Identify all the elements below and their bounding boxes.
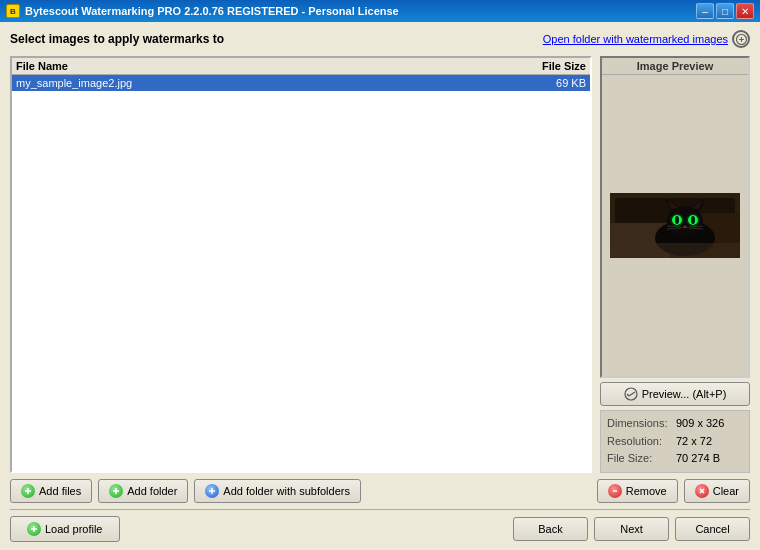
remove-button[interactable]: Remove: [597, 479, 678, 503]
remove-icon: [608, 484, 622, 498]
title-text: Bytescout Watermarking PRO 2.2.0.76 REGI…: [25, 5, 399, 17]
folder-icon: [732, 30, 750, 48]
dimensions-value: 909 x 326: [676, 415, 724, 433]
preview-button[interactable]: Preview... (Alt+P): [600, 382, 750, 406]
header-row: Select images to apply watermarks to Ope…: [10, 30, 750, 48]
add-folder-button[interactable]: Add folder: [98, 479, 188, 503]
preview-box: Image Preview: [600, 56, 750, 378]
svg-line-24: [627, 394, 629, 396]
preview-label: Image Preview: [602, 58, 748, 75]
window-controls: – □ ✕: [696, 3, 754, 19]
filesize-row: File Size: 70 274 B: [607, 450, 743, 468]
filesize-label: File Size:: [607, 450, 672, 468]
file-list-header: File Name File Size: [12, 58, 590, 75]
file-list-body[interactable]: my_sample_image2.jpg 69 KB: [12, 75, 590, 471]
action-buttons-row: Add files Add folder Add folder with sub…: [10, 479, 750, 503]
add-folder-subfolders-icon: [205, 484, 219, 498]
svg-point-14: [691, 216, 695, 224]
file-name-cell: my_sample_image2.jpg: [16, 77, 516, 89]
svg-point-13: [675, 216, 679, 224]
resolution-label: Resolution:: [607, 433, 672, 451]
add-files-button[interactable]: Add files: [10, 479, 92, 503]
preview-panel: Image Preview: [600, 56, 750, 473]
svg-line-25: [629, 392, 635, 396]
open-folder-link[interactable]: Open folder with watermarked images: [543, 33, 728, 45]
svg-rect-22: [610, 243, 740, 258]
title-bar: B Bytescout Watermarking PRO 2.2.0.76 RE…: [0, 0, 760, 22]
col-filename-header: File Name: [16, 60, 516, 72]
close-button[interactable]: ✕: [736, 3, 754, 19]
preview-icon: [624, 387, 638, 401]
title-bar-left: B Bytescout Watermarking PRO 2.2.0.76 RE…: [6, 4, 399, 18]
table-row[interactable]: my_sample_image2.jpg 69 KB: [12, 75, 590, 91]
clear-icon: [695, 484, 709, 498]
separator: [10, 509, 750, 510]
add-folder-icon: [109, 484, 123, 498]
add-files-icon: [21, 484, 35, 498]
load-profile-icon: [27, 522, 41, 536]
file-list-panel: File Name File Size my_sample_image2.jpg…: [10, 56, 592, 473]
add-folder-subfolders-button[interactable]: Add folder with subfolders: [194, 479, 361, 503]
cancel-button[interactable]: Cancel: [675, 517, 750, 541]
resolution-value: 72 x 72: [676, 433, 712, 451]
next-button[interactable]: Next: [594, 517, 669, 541]
dimensions-label: Dimensions:: [607, 415, 672, 433]
filesize-value: 70 274 B: [676, 450, 720, 468]
clear-button[interactable]: Clear: [684, 479, 750, 503]
app-icon: B: [6, 4, 20, 18]
open-folder-area[interactable]: Open folder with watermarked images: [543, 30, 750, 48]
resolution-row: Resolution: 72 x 72: [607, 433, 743, 451]
window-body: Select images to apply watermarks to Ope…: [0, 22, 760, 550]
nav-buttons-row: Load profile Back Next Cancel: [10, 516, 750, 542]
maximize-button[interactable]: □: [716, 3, 734, 19]
main-content: File Name File Size my_sample_image2.jpg…: [10, 56, 750, 473]
load-profile-button[interactable]: Load profile: [10, 516, 120, 542]
dimensions-row: Dimensions: 909 x 326: [607, 415, 743, 433]
file-size-cell: 69 KB: [516, 77, 586, 89]
preview-image-area: [602, 75, 748, 376]
preview-image: [610, 193, 740, 258]
back-button[interactable]: Back: [513, 517, 588, 541]
page-title: Select images to apply watermarks to: [10, 32, 224, 46]
col-filesize-header: File Size: [516, 60, 586, 72]
image-info: Dimensions: 909 x 326 Resolution: 72 x 7…: [600, 410, 750, 473]
minimize-button[interactable]: –: [696, 3, 714, 19]
